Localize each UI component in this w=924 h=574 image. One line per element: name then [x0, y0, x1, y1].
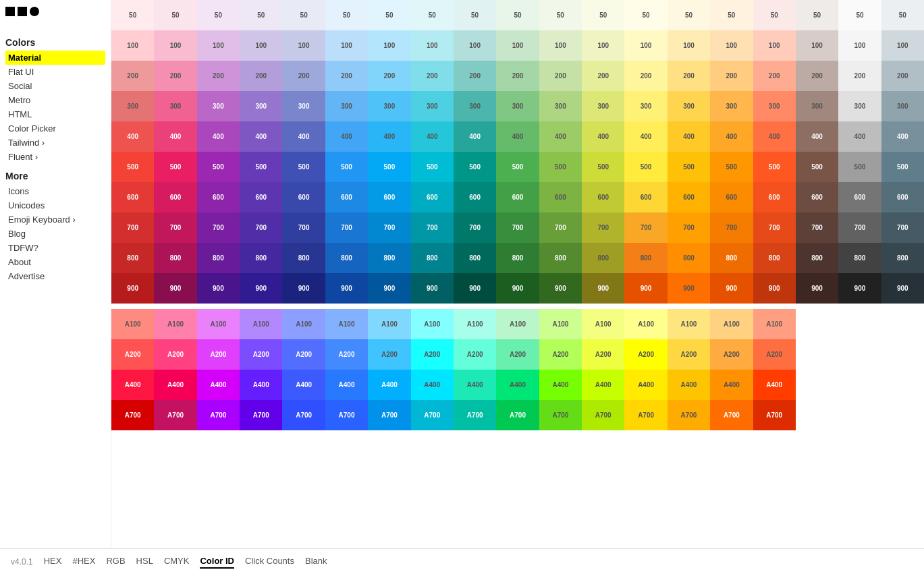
color-cell[interactable]: A100	[710, 309, 753, 339]
color-cell[interactable]: 500	[710, 152, 753, 182]
color-cell[interactable]: A400	[154, 370, 196, 400]
color-cell[interactable]: 100	[111, 30, 154, 61]
color-cell[interactable]: A100	[154, 309, 196, 339]
footer-tab-rgb[interactable]: RGB	[106, 554, 125, 569]
footer-tab-color-id[interactable]: Color ID	[200, 554, 234, 569]
color-cell[interactable]: A400	[368, 370, 410, 400]
color-cell[interactable]: 600	[881, 182, 924, 212]
color-cell[interactable]: 800	[368, 243, 410, 273]
color-cell[interactable]: 700	[668, 212, 710, 243]
color-cell[interactable]: A100	[411, 309, 454, 339]
color-cell[interactable]: 700	[454, 212, 496, 243]
color-cell[interactable]: A400	[197, 370, 240, 400]
sidebar-item-flat-ui[interactable]: Flat UI	[5, 65, 105, 79]
color-cell[interactable]: A700	[454, 400, 496, 430]
color-cell[interactable]: 600	[539, 182, 582, 212]
color-cell[interactable]: 500	[282, 152, 325, 182]
color-cell[interactable]: 100	[282, 30, 325, 61]
color-cell[interactable]: 200	[240, 61, 282, 91]
color-cell[interactable]: 50	[496, 0, 539, 30]
color-cell[interactable]: 100	[539, 30, 582, 61]
sidebar-item-icons[interactable]: Icons	[5, 184, 105, 198]
color-cell[interactable]: A400	[325, 370, 368, 400]
color-cell[interactable]: 500	[240, 152, 282, 182]
color-cell[interactable]: A100	[454, 309, 496, 339]
color-cell[interactable]: 200	[796, 61, 838, 91]
color-cell[interactable]: A200	[154, 339, 196, 370]
color-cell[interactable]: A400	[454, 370, 496, 400]
color-cell[interactable]: 900	[154, 273, 196, 304]
color-cell[interactable]: 500	[454, 152, 496, 182]
color-cell[interactable]: 100	[753, 30, 796, 61]
color-cell[interactable]: A400	[582, 370, 624, 400]
color-cell[interactable]: 200	[881, 61, 924, 91]
sidebar-item-about[interactable]: About	[5, 255, 105, 269]
color-cell[interactable]: A100	[240, 309, 282, 339]
color-cell[interactable]	[796, 370, 838, 400]
color-cell[interactable]: A100	[668, 309, 710, 339]
color-cell[interactable]: A700	[325, 400, 368, 430]
color-cell[interactable]	[796, 400, 838, 430]
color-cell[interactable]: 100	[454, 30, 496, 61]
color-cell[interactable]: A200	[197, 339, 240, 370]
color-cell[interactable]: 700	[753, 212, 796, 243]
color-cell[interactable]: 700	[240, 212, 282, 243]
color-cell[interactable]: 900	[796, 273, 838, 304]
color-cell[interactable]: 400	[710, 121, 753, 152]
color-cell[interactable]: 50	[668, 0, 710, 30]
color-cell[interactable]: 100	[368, 30, 410, 61]
color-cell[interactable]: A700	[710, 400, 753, 430]
sidebar-item-unicodes[interactable]: Unicodes	[5, 198, 105, 212]
footer-tab-hashhex[interactable]: #HEX	[72, 554, 95, 569]
color-cell[interactable]: 500	[411, 152, 454, 182]
color-cell[interactable]: 900	[197, 273, 240, 304]
color-cell[interactable]: 200	[624, 61, 667, 91]
color-cell[interactable]: 900	[454, 273, 496, 304]
color-cell[interactable]: A100	[539, 309, 582, 339]
color-cell[interactable]: 50	[240, 0, 282, 30]
color-cell[interactable]: 400	[668, 121, 710, 152]
color-cell[interactable]: A400	[282, 370, 325, 400]
color-cell[interactable]: 900	[710, 273, 753, 304]
color-cell[interactable]: A400	[111, 370, 154, 400]
color-cell[interactable]: 700	[197, 212, 240, 243]
color-cell[interactable]: 300	[197, 91, 240, 121]
color-cell[interactable]: 200	[838, 61, 881, 91]
color-cell[interactable]: 700	[411, 212, 454, 243]
color-cell[interactable]: 100	[411, 30, 454, 61]
color-cell[interactable]: 100	[496, 30, 539, 61]
color-cell[interactable]: 600	[838, 182, 881, 212]
color-cell[interactable]: 400	[582, 121, 624, 152]
color-cell[interactable]: A200	[582, 339, 624, 370]
color-cell[interactable]: A700	[111, 400, 154, 430]
color-cell[interactable]: 800	[539, 243, 582, 273]
color-cell[interactable]	[881, 370, 924, 400]
color-cell[interactable]: 500	[496, 152, 539, 182]
sidebar-item-tailwind[interactable]: Tailwind ›	[5, 136, 105, 150]
sidebar-item-material[interactable]: Material	[5, 51, 105, 65]
color-cell[interactable]: 300	[111, 91, 154, 121]
sidebar-item-color-picker[interactable]: Color Picker	[5, 121, 105, 136]
color-cell[interactable]: 300	[282, 91, 325, 121]
color-cell[interactable]: 50	[710, 0, 753, 30]
color-cell[interactable]: 200	[668, 61, 710, 91]
sidebar-item-advertise[interactable]: Advertise	[5, 269, 105, 283]
color-cell[interactable]: A200	[753, 339, 796, 370]
color-cell[interactable]: A200	[240, 339, 282, 370]
color-cell[interactable]: A100	[582, 309, 624, 339]
color-cell[interactable]: A400	[668, 370, 710, 400]
color-cell[interactable]: 50	[325, 0, 368, 30]
color-cell[interactable]: 600	[240, 182, 282, 212]
color-cell[interactable]: 50	[838, 0, 881, 30]
color-cell[interactable]: 400	[240, 121, 282, 152]
color-cell[interactable]: 900	[496, 273, 539, 304]
color-cell[interactable]: 200	[282, 61, 325, 91]
color-cell[interactable]: 300	[668, 91, 710, 121]
color-cell[interactable]: 700	[796, 212, 838, 243]
footer-tab-click-counts[interactable]: Click Counts	[245, 554, 294, 569]
color-cell[interactable]: A200	[454, 339, 496, 370]
color-cell[interactable]: A100	[111, 309, 154, 339]
color-cell[interactable]: 600	[282, 182, 325, 212]
color-cell[interactable]: A400	[496, 370, 539, 400]
color-cell[interactable]: 800	[325, 243, 368, 273]
